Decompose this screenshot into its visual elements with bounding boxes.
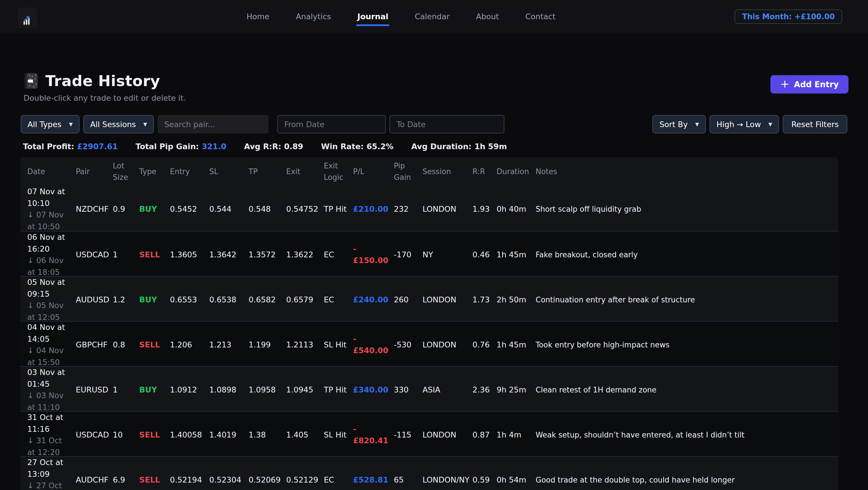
- search-pair-input[interactable]: [158, 115, 268, 133]
- trade-sl: 0.52304: [209, 474, 247, 486]
- trade-pl: -£820.41: [353, 423, 393, 447]
- column-header-r-r: R:R: [472, 166, 495, 177]
- trade-tp: 1.0958: [249, 384, 285, 396]
- trade-tp: 1.199: [249, 339, 285, 351]
- trade-pip-gain: 232: [394, 203, 422, 215]
- column-header-pair: Pair: [76, 166, 112, 177]
- trade-notes: Fake breakout, closed early: [536, 249, 832, 261]
- nav-item-calendar[interactable]: Calendar: [414, 10, 450, 23]
- trade-lot-size: 10: [113, 429, 138, 441]
- trade-exit-date: ↓ 03 Nov at 11:10: [27, 390, 71, 413]
- trade-entry-price: 0.5452: [170, 203, 208, 215]
- trade-exit-logic: EC: [324, 474, 352, 486]
- trade-type: BUY: [139, 203, 169, 215]
- chevron-down-icon: ▼: [768, 121, 772, 127]
- column-header-session: Session: [423, 166, 471, 177]
- add-entry-button[interactable]: + Add Entry: [770, 75, 848, 94]
- from-date-input[interactable]: [277, 115, 386, 133]
- page-title: Trade History: [45, 72, 160, 90]
- table-row[interactable]: 27 Oct at 13:09↓ 27 Oct at 14:03AUDCHF6.…: [20, 456, 838, 490]
- trade-session: NY: [423, 249, 471, 261]
- trade-rr: 2.36: [472, 384, 495, 396]
- table-row[interactable]: 07 Nov at 10:10↓ 07 Nov at 10:50NZDCHF0.…: [20, 186, 838, 231]
- trade-pl: -£540.00: [353, 333, 393, 357]
- candlestick-chart-icon: [22, 15, 33, 26]
- stat-total-profit-: Total Profit:£2907.61: [23, 142, 118, 151]
- nav-menu: HomeAnalyticsJournalCalendarAboutContact: [246, 0, 556, 33]
- type-filter-label: All Types: [28, 120, 61, 129]
- column-header-duration: Duration: [497, 166, 534, 177]
- nav-item-journal[interactable]: Journal: [357, 10, 389, 23]
- sort-order-dropdown[interactable]: High → Low ▼: [710, 115, 779, 133]
- table-row[interactable]: 03 Nov at 01:45↓ 03 Nov at 11:10EURUSD1B…: [20, 366, 838, 411]
- trade-exit-date: ↓ 05 Nov at 12:05: [27, 300, 71, 323]
- stat-avg-duration-: Avg Duration:1h 59m: [411, 142, 507, 151]
- trade-pip-gain: 65: [394, 474, 422, 486]
- trade-tp: 0.548: [249, 203, 285, 215]
- trade-date-cell: 05 Nov at 09:15↓ 05 Nov at 12:05: [27, 276, 74, 323]
- trade-session: LONDON: [423, 294, 471, 306]
- nav-item-home[interactable]: Home: [246, 10, 270, 23]
- trade-pair: GBPCHF: [76, 339, 112, 351]
- trade-entry-price: 1.40058: [170, 429, 208, 441]
- type-filter-dropdown[interactable]: All Types ▼: [21, 115, 80, 133]
- trade-entry-price: 1.3605: [170, 249, 208, 261]
- table-body: 07 Nov at 10:10↓ 07 Nov at 10:50NZDCHF0.…: [20, 186, 838, 490]
- trade-exit-logic: TP Hit: [324, 203, 352, 215]
- trade-duration: 1h 4m: [497, 429, 534, 441]
- trade-entry-date: 04 Nov at 14:05: [27, 322, 71, 345]
- trade-exit-price: 1.0945: [286, 384, 322, 396]
- trade-date-cell: 06 Nov at 16:20↓ 06 Nov at 18:05: [27, 231, 74, 278]
- trade-sl: 1.4019: [209, 429, 247, 441]
- trade-duration: 0h 54m: [497, 474, 534, 486]
- table-row[interactable]: 05 Nov at 09:15↓ 05 Nov at 12:05AUDUSD1.…: [20, 276, 838, 321]
- trade-notes: Continuation entry after break of struct…: [536, 294, 832, 305]
- trade-duration: 1h 45m: [497, 339, 534, 351]
- trade-notes: Good trade at the double top, could have…: [536, 475, 832, 486]
- trade-exit-price: 0.6579: [286, 294, 322, 306]
- top-navbar: HomeAnalyticsJournalCalendarAboutContact…: [0, 0, 868, 33]
- nav-item-about[interactable]: About: [475, 10, 499, 23]
- trade-session: LONDON: [423, 203, 471, 215]
- month-pl-badge[interactable]: This Month: +£100.00: [735, 9, 842, 24]
- page-subtitle: Double-click any trade to edit or delete…: [24, 94, 186, 102]
- trade-duration: 0h 40m: [497, 203, 534, 215]
- column-header-lot-size: Lot Size: [113, 160, 138, 183]
- column-header-entry: Entry: [170, 166, 208, 177]
- nav-item-contact[interactable]: Contact: [525, 10, 556, 23]
- trade-notes: Took entry before high-impact news: [536, 339, 832, 351]
- filter-bar: All Types ▼ All Sessions ▼ Sort By ▼ Hig…: [21, 115, 847, 133]
- table-row[interactable]: 04 Nov at 14:05↓ 04 Nov at 15:50GBPCHF0.…: [20, 321, 838, 366]
- trade-sl: 1.213: [209, 339, 247, 351]
- trade-entry-price: 0.6553: [170, 294, 208, 306]
- table-header-row: DatePairLot SizeTypeEntrySLTPExitExit Lo…: [20, 157, 838, 186]
- trade-pair: AUDCHF: [76, 474, 112, 486]
- session-filter-dropdown[interactable]: All Sessions ▼: [83, 115, 154, 133]
- trade-date-cell: 04 Nov at 14:05↓ 04 Nov at 15:50: [27, 322, 74, 368]
- plus-icon: +: [780, 78, 789, 89]
- trade-lot-size: 1.2: [113, 294, 138, 306]
- stat-total-pip-gain-: Total Pip Gain:321.0: [135, 142, 226, 151]
- trade-rr: 1.93: [472, 203, 495, 215]
- trade-exit-logic: SL Hit: [324, 339, 352, 351]
- trade-history-table: DatePairLot SizeTypeEntrySLTPExitExit Lo…: [20, 157, 838, 490]
- trade-entry-date: 07 Nov at 10:10: [27, 186, 71, 209]
- reset-filters-button[interactable]: Reset Filters: [783, 115, 847, 133]
- trade-session: LONDON/NY: [423, 474, 471, 486]
- trade-entry-date: 03 Nov at 01:45: [27, 367, 71, 390]
- trade-pair: AUDUSD: [76, 294, 112, 306]
- app-logo[interactable]: [18, 7, 37, 28]
- to-date-input[interactable]: [390, 115, 504, 133]
- trade-notes: Short scalp off liquidity grab: [536, 204, 832, 215]
- trade-sl: 1.3642: [209, 249, 247, 261]
- add-entry-label: Add Entry: [794, 80, 839, 89]
- trade-pair: USDCAD: [76, 429, 112, 441]
- table-row[interactable]: 06 Nov at 16:20↓ 06 Nov at 18:05USDCAD1S…: [20, 231, 838, 276]
- trade-entry-date: 06 Nov at 16:20: [27, 231, 71, 255]
- nav-item-analytics[interactable]: Analytics: [295, 10, 332, 23]
- column-header-exit: Exit: [286, 166, 322, 177]
- sort-by-dropdown[interactable]: Sort By ▼: [652, 115, 706, 133]
- table-row[interactable]: 31 Oct at 11:16↓ 31 Oct at 12:20USDCAD10…: [20, 411, 838, 456]
- trade-lot-size: 1: [113, 384, 138, 396]
- trade-exit-price: 1.2113: [286, 339, 322, 351]
